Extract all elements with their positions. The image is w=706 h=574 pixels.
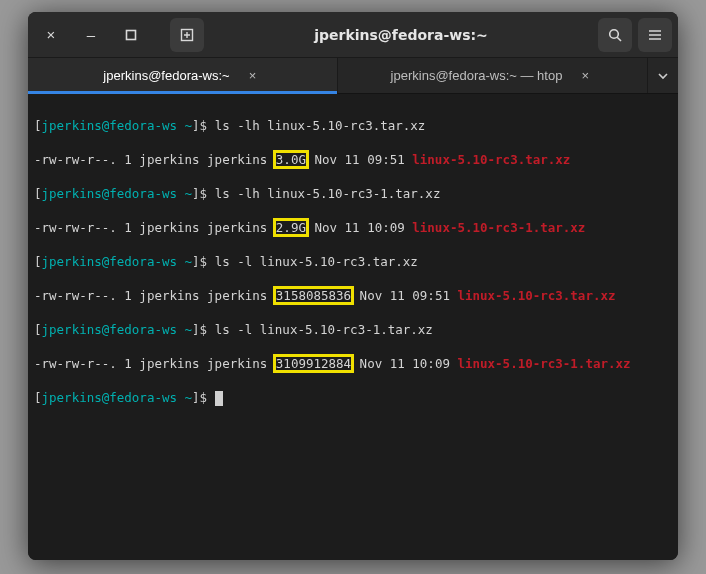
svg-rect-0 bbox=[127, 30, 136, 39]
terminal-line: -rw-rw-r--. 1 jperkins jperkins 3.0G Nov… bbox=[34, 151, 672, 168]
terminal-window: × – jperkins@fedora-ws:~ jperkins@fedora… bbox=[28, 12, 678, 560]
terminal-line: [jperkins@fedora-ws ~]$ bbox=[34, 389, 672, 406]
maximize-button[interactable] bbox=[114, 18, 148, 52]
maximize-icon bbox=[125, 29, 137, 41]
chevron-down-icon bbox=[657, 70, 669, 82]
tab-label: jperkins@fedora-ws:~ — htop bbox=[391, 68, 563, 83]
close-button[interactable]: × bbox=[34, 18, 68, 52]
highlighted-size: 3158085836 bbox=[275, 288, 352, 303]
svg-point-2 bbox=[610, 29, 619, 38]
close-icon: × bbox=[582, 68, 590, 83]
search-icon bbox=[607, 27, 623, 43]
tab-close-button[interactable]: × bbox=[576, 67, 594, 85]
cursor bbox=[215, 391, 223, 406]
command: ls -l linux-5.10-rc3.tar.xz bbox=[215, 254, 418, 269]
terminal-line: [jperkins@fedora-ws ~]$ ls -l linux-5.10… bbox=[34, 253, 672, 270]
terminal-viewport[interactable]: [jperkins@fedora-ws ~]$ ls -lh linux-5.1… bbox=[28, 94, 678, 560]
search-button[interactable] bbox=[598, 18, 632, 52]
window-title: jperkins@fedora-ws:~ bbox=[210, 27, 592, 43]
tab-label: jperkins@fedora-ws:~ bbox=[103, 68, 229, 83]
tab-bar: jperkins@fedora-ws:~ × jperkins@fedora-w… bbox=[28, 58, 678, 94]
minimize-icon: – bbox=[87, 26, 95, 43]
menu-button[interactable] bbox=[638, 18, 672, 52]
highlighted-size: 2.9G bbox=[275, 220, 307, 235]
highlighted-size: 3.0G bbox=[275, 152, 307, 167]
terminal-line: [jperkins@fedora-ws ~]$ ls -lh linux-5.1… bbox=[34, 117, 672, 134]
terminal-line: [jperkins@fedora-ws ~]$ ls -l linux-5.10… bbox=[34, 321, 672, 338]
command: ls -lh linux-5.10-rc3-1.tar.xz bbox=[215, 186, 441, 201]
tabs-dropdown[interactable] bbox=[648, 58, 678, 93]
filename: linux-5.10-rc3-1.tar.xz bbox=[412, 220, 585, 235]
command: ls -lh linux-5.10-rc3.tar.xz bbox=[215, 118, 426, 133]
tab-close-button[interactable]: × bbox=[244, 67, 262, 85]
filename: linux-5.10-rc3.tar.xz bbox=[412, 152, 570, 167]
new-tab-button[interactable] bbox=[170, 18, 204, 52]
terminal-line: [jperkins@fedora-ws ~]$ ls -lh linux-5.1… bbox=[34, 185, 672, 202]
new-tab-icon bbox=[179, 27, 195, 43]
minimize-button[interactable]: – bbox=[74, 18, 108, 52]
close-icon: × bbox=[47, 26, 56, 43]
filename: linux-5.10-rc3-1.tar.xz bbox=[457, 356, 630, 371]
titlebar: × – jperkins@fedora-ws:~ bbox=[28, 12, 678, 58]
filename: linux-5.10-rc3.tar.xz bbox=[457, 288, 615, 303]
hamburger-icon bbox=[647, 27, 663, 43]
terminal-line: -rw-rw-r--. 1 jperkins jperkins 2.9G Nov… bbox=[34, 219, 672, 236]
highlighted-size: 3109912884 bbox=[275, 356, 352, 371]
terminal-line: -rw-rw-r--. 1 jperkins jperkins 31580858… bbox=[34, 287, 672, 304]
tab-inactive[interactable]: jperkins@fedora-ws:~ — htop × bbox=[338, 58, 648, 93]
terminal-line: -rw-rw-r--. 1 jperkins jperkins 31099128… bbox=[34, 355, 672, 372]
command: ls -l linux-5.10-rc3-1.tar.xz bbox=[215, 322, 433, 337]
close-icon: × bbox=[249, 68, 257, 83]
tab-active[interactable]: jperkins@fedora-ws:~ × bbox=[28, 58, 338, 93]
